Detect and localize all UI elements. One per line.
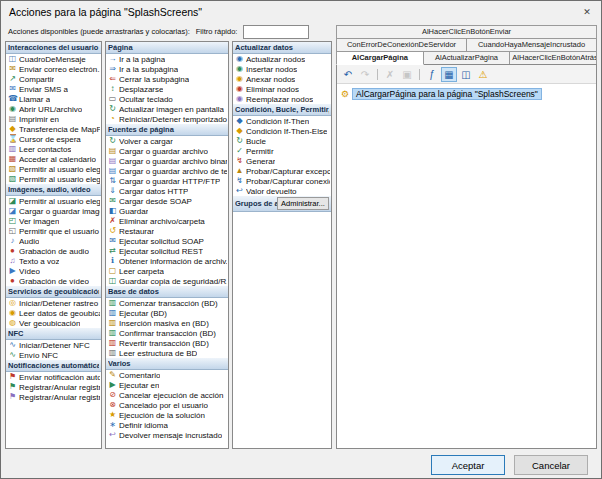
action-item[interactable]: ↕Desplazarse bbox=[106, 84, 228, 94]
action-item[interactable]: ◆Condición If-Then bbox=[233, 116, 331, 126]
action-item[interactable]: ◍Ver geoubicación bbox=[6, 318, 101, 328]
action-item[interactable]: ⇄Ejecutar solicitud REST bbox=[106, 246, 228, 256]
action-item[interactable]: ▤Imprimir en bbox=[6, 114, 101, 124]
action-item[interactable]: ⇓Cargar datos HTTP bbox=[106, 186, 228, 196]
action-item[interactable]: ☎Llamar a bbox=[6, 94, 101, 104]
action-item[interactable]: ▤Cargar o guardar archivo bbox=[106, 146, 228, 156]
action-item[interactable]: ✉Enviar SMS a bbox=[6, 84, 101, 94]
cancel-button[interactable]: Cancelar bbox=[514, 455, 588, 475]
action-item[interactable]: ♫Texto a voz bbox=[6, 256, 101, 266]
warning-icon[interactable]: ⚠ bbox=[475, 67, 491, 82]
action-item[interactable]: ▲Probar/Capturar excepciones bbox=[233, 166, 331, 176]
action-item[interactable]: ℹObtener información de archiv... bbox=[106, 256, 228, 266]
action-item[interactable]: ⇅Cargar o guardar HTTP/FTP bbox=[106, 176, 228, 186]
action-item-label: Llamar a bbox=[19, 95, 50, 104]
action-item[interactable]: ♪Audio bbox=[6, 236, 101, 246]
action-item[interactable]: ▦Acceder al calendario bbox=[6, 154, 101, 164]
action-item[interactable]: ✓Permitir bbox=[233, 146, 331, 156]
action-item[interactable]: ↯Generar bbox=[233, 156, 331, 166]
action-item[interactable]: ◉Reemplazar nodos bbox=[233, 94, 331, 104]
action-item[interactable]: ✉Ejecutar solicitud SOAP bbox=[106, 236, 228, 246]
action-item[interactable]: ◉Abrir URL/archivo bbox=[6, 104, 101, 114]
action-item[interactable]: ⊗Cancelado por el usuario bbox=[106, 400, 228, 410]
action-item[interactable]: ∿Envío NFC bbox=[6, 350, 101, 360]
action-item[interactable]: ◆Transferencia de MapFo... bbox=[6, 124, 101, 134]
action-item[interactable]: ▤Cargar o guardar archivo binar... bbox=[106, 156, 228, 166]
action-item[interactable]: ▤Cargar o guardar archivo de te... bbox=[106, 166, 228, 176]
action-item[interactable]: ◱Permitir que el usuario e... bbox=[6, 226, 101, 236]
action-item[interactable]: ⚑Registrar/Anular registr... bbox=[6, 392, 101, 402]
action-item[interactable]: ▢Leer carpeta bbox=[106, 266, 228, 276]
action-item[interactable]: ↯Probar/Capturar conexión con e... bbox=[233, 176, 331, 186]
close-icon[interactable]: ✕ bbox=[577, 7, 597, 17]
action-item[interactable]: ▥Comenzar transacción (BD) bbox=[106, 298, 228, 308]
action-item[interactable]: ◫Guardar copia de seguridad/R... bbox=[106, 276, 228, 286]
action-item[interactable]: ●Grabación de vídeo bbox=[6, 276, 101, 286]
action-item[interactable]: ◫CuadroDeMensaje bbox=[6, 54, 101, 64]
manage-action-groups-button[interactable]: Administrar... bbox=[277, 197, 329, 210]
action-item[interactable]: ▭Ocultar teclado bbox=[106, 94, 228, 104]
tab-alcargarpagina[interactable]: AlCargarPágina bbox=[336, 51, 424, 65]
tab-conerrordeconexiondeservidor[interactable]: ConErrorDeConexiónDeServidor bbox=[336, 38, 467, 52]
action-item[interactable]: ◧Guardar bbox=[106, 206, 228, 216]
action-item[interactable]: ⌛Cursor de espera bbox=[6, 134, 101, 144]
action-item[interactable]: ◰Ver imagen bbox=[6, 216, 101, 226]
xpath-icon[interactable]: ƒ bbox=[424, 67, 440, 82]
action-item[interactable]: ▥Revertir transacción (BD) bbox=[106, 338, 228, 348]
quick-filter-input[interactable] bbox=[243, 25, 309, 39]
action-item[interactable]: ↗Compartir bbox=[6, 74, 101, 84]
action-item[interactable]: ★Ejecución de la solución bbox=[106, 410, 228, 420]
action-item[interactable]: ↻Bucle bbox=[233, 136, 331, 146]
action-item[interactable]: ↺Restaurar bbox=[106, 226, 228, 236]
action-item[interactable]: ◉Actualizar nodos bbox=[233, 54, 331, 64]
action-item[interactable]: →Ir a la página bbox=[106, 54, 228, 64]
action-tree[interactable]: ⚙ AlCargarPágina para la página "SplashS… bbox=[337, 84, 596, 448]
action-item[interactable]: ◎Iniciar/Detener rastreo d... bbox=[6, 298, 101, 308]
action-item[interactable]: ∗Definir idioma bbox=[106, 420, 228, 430]
action-item[interactable]: ⇒Ir a la subpágina bbox=[106, 64, 228, 74]
action-item[interactable]: ◪Permitir al usuario elegi... bbox=[6, 196, 101, 206]
comments-toggle-icon[interactable]: ◫ bbox=[458, 67, 474, 82]
action-item[interactable]: ⚑Registrar/Anular registr... bbox=[6, 382, 101, 392]
action-item[interactable]: ↩Devolver mensaje incrustado bbox=[106, 430, 228, 440]
tab-alactualizarpagina[interactable]: AlActualizarPágina bbox=[423, 51, 511, 65]
action-item[interactable]: ●Grabación de audio bbox=[6, 246, 101, 256]
action-item[interactable]: ◉Eliminar nodos bbox=[233, 84, 331, 94]
action-item[interactable]: ▧Permitir al usuario elegi... bbox=[6, 164, 101, 174]
action-item[interactable]: ◉Leer datos de geoubicac... bbox=[6, 308, 101, 318]
action-item[interactable]: ◪Cargar o guardar image... bbox=[6, 206, 101, 216]
action-item[interactable]: ▥Inserción masiva en (BD) bbox=[106, 318, 228, 328]
details-toggle-icon[interactable]: ▦ bbox=[441, 67, 457, 82]
action-item[interactable]: ▥Leer estructura de BD bbox=[106, 348, 228, 358]
action-item[interactable]: ◔Reiniciar/Detener temporizado... bbox=[106, 114, 228, 124]
action-item[interactable]: ▥Confirmar transacción (BD) bbox=[106, 328, 228, 338]
tab-alhacerclicenbotonenviar[interactable]: AlHacerClicEnBotónEnviar bbox=[336, 25, 597, 39]
action-item[interactable]: ↻Actualizar imagen en pantalla bbox=[106, 104, 228, 114]
action-item[interactable]: ⇐Cerrar la subpágina bbox=[106, 74, 228, 84]
action-item[interactable]: ⚑Enviar notificación auto... bbox=[6, 372, 101, 382]
action-item[interactable]: ◉Insertar nodos bbox=[233, 64, 331, 74]
tab-alhacerclicenbotonatras[interactable]: AlHacerClicEnBotónAtrás bbox=[509, 51, 597, 65]
accept-button[interactable]: Aceptar bbox=[431, 455, 505, 475]
action-item[interactable]: ▧Permitir al usuario elegi... bbox=[6, 174, 101, 184]
action-item[interactable]: ✎Comentario bbox=[106, 370, 228, 380]
action-item[interactable]: ◉Anexar nodos bbox=[233, 74, 331, 84]
undo-icon[interactable]: ↶ bbox=[340, 67, 356, 82]
action-item[interactable]: ✉Enviar correo electrón... bbox=[6, 64, 101, 74]
action-item[interactable]: ◆Condición If-Then-Else bbox=[233, 126, 331, 136]
action-item-label: Cancelar ejecución de acción bbox=[119, 391, 224, 400]
title-bar[interactable]: Acciones para la página "SplashScreens" … bbox=[1, 1, 601, 22]
action-item[interactable]: ∿Iniciar/Detener NFC bbox=[6, 340, 101, 350]
action-item[interactable]: ⊘Cancelar ejecución de acción bbox=[106, 390, 228, 400]
action-item[interactable]: ▶Ejecutar en bbox=[106, 380, 228, 390]
tree-row[interactable]: ⚙ AlCargarPágina para la página "SplashS… bbox=[341, 87, 592, 100]
tab-cuandohayamensajeincrustado[interactable]: CuandoHayaMensajeIncrustado bbox=[466, 38, 597, 52]
action-item[interactable]: ▥Leer contactos bbox=[6, 144, 101, 154]
action-item-label: Definir idioma bbox=[119, 421, 168, 430]
action-item[interactable]: ✉Cargar desde SOAP bbox=[106, 196, 228, 206]
action-item[interactable]: ▥Ejecutar (BD) bbox=[106, 308, 228, 318]
action-item[interactable]: ▶Vídeo bbox=[6, 266, 101, 276]
action-item[interactable]: ↩Valor devuelto bbox=[233, 186, 331, 196]
action-item[interactable]: ↻Volver a cargar bbox=[106, 136, 228, 146]
action-item[interactable]: ✗Eliminar archivo/carpeta bbox=[106, 216, 228, 226]
